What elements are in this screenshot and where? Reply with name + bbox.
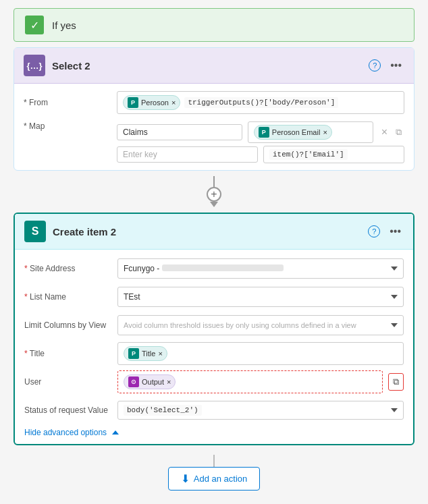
from-row: * From P Peroson × triggerOutputs()?['bo… — [24, 90, 404, 115]
site-address-label: Site Address — [24, 264, 112, 273]
limit-columns-label: Limit Columns by View — [24, 320, 112, 330]
map-row-2: Enter key Enter value item()?['Email'] — [117, 146, 404, 163]
add-action-btn[interactable]: ⬇ Add an action — [168, 467, 261, 491]
add-action-area: ⬇ Add an action — [0, 455, 428, 491]
enter-value-expr: item()?['Email'] — [269, 149, 348, 160]
connector-plus[interactable]: + — [207, 187, 221, 202]
map-content: Claims P Peroson Email × × ⧉ — [117, 121, 404, 163]
limit-columns-field[interactable]: Avoid column threshold issues by only us… — [117, 315, 404, 335]
peroson-tag-icon: P — [128, 97, 138, 108]
site-address-value: Fcunygo - — [124, 264, 284, 273]
connector-arrow — [210, 202, 218, 207]
peroson-tag: P Peroson × — [123, 95, 180, 110]
email-tag-icon: P — [259, 127, 269, 138]
add-action-line — [213, 455, 215, 467]
list-name-value: TEst — [124, 292, 140, 302]
hide-advanced-btn[interactable]: Hide advanced options — [24, 428, 404, 437]
map-row-1: Claims P Peroson Email × × ⧉ — [117, 121, 404, 143]
hide-advanced-label: Hide advanced options — [24, 428, 107, 437]
site-address-field[interactable]: Fcunygo - — [117, 258, 404, 279]
map-label: * Map — [24, 121, 111, 131]
peroson-remove-btn[interactable]: × — [171, 99, 176, 107]
output-tag: ⊙ Output × — [124, 374, 176, 389]
enter-key-field[interactable]: Enter key — [117, 146, 258, 163]
map-value-field[interactable]: P Peroson Email × — [248, 121, 373, 143]
status-label: Status of request Value — [24, 405, 112, 415]
select2-body: * From P Peroson × triggerOutputs()?['bo… — [14, 84, 414, 170]
connector: + — [0, 176, 428, 207]
create-item2-more-btn[interactable]: ••• — [387, 224, 404, 239]
create-item2-header: S Create item 2 ? ••• — [15, 214, 413, 250]
status-row: Status of request Value body('Select_2') — [24, 398, 404, 422]
create-item2-info-icon[interactable]: ? — [368, 225, 380, 237]
title-field[interactable]: P Title × — [117, 342, 404, 365]
list-name-row: List Name TEst — [24, 285, 404, 309]
limit-columns-chevron — [391, 323, 398, 327]
email-remove-btn[interactable]: × — [323, 128, 327, 136]
status-expr: body('Select_2') — [124, 405, 202, 416]
create-item2-card: S Create item 2 ? ••• Site Address Fcuny… — [14, 213, 414, 445]
user-row: User ⊙ Output × ⧉ — [24, 370, 404, 394]
create-item2-icon: S — [24, 221, 46, 242]
if-yes-header: ✓ If yes — [14, 8, 414, 42]
output-tag-icon: ⊙ — [128, 376, 139, 387]
title-remove-btn[interactable]: × — [158, 349, 162, 358]
title-row: Title P Title × — [24, 341, 404, 366]
create-item2-body: Site Address Fcunygo - List Name TEst Li… — [15, 250, 413, 444]
limit-columns-placeholder: Avoid column threshold issues by only us… — [124, 321, 356, 329]
site-address-chevron — [391, 267, 398, 271]
select2-card: {…} Select 2 ? ••• * From P Peroson × tr… — [14, 47, 414, 171]
user-label: User — [24, 377, 112, 387]
list-name-chevron — [391, 295, 398, 299]
output-remove-btn[interactable]: × — [167, 378, 171, 386]
status-chevron — [391, 408, 398, 412]
add-action-label: Add an action — [194, 474, 248, 484]
select2-title: Select 2 — [52, 60, 362, 72]
user-field[interactable]: ⊙ Output × — [117, 370, 383, 393]
map-key-field[interactable]: Claims — [117, 124, 242, 140]
title-label: Title — [24, 349, 112, 358]
map-row: * Map Claims P Peroson Email × × — [24, 119, 404, 163]
if-yes-label: If yes — [52, 20, 76, 31]
title-tag-icon: P — [128, 348, 139, 359]
select2-more-btn[interactable]: ••• — [387, 58, 404, 73]
add-action-icon: ⬇ — [181, 472, 190, 485]
hide-advanced-chevron — [112, 430, 119, 435]
enter-value-field[interactable]: Enter value item()?['Email'] — [263, 146, 404, 163]
status-field[interactable]: body('Select_2') — [117, 401, 404, 420]
list-name-field[interactable]: TEst — [117, 287, 404, 307]
site-address-blurred — [162, 264, 284, 271]
create-item2-actions: ? ••• — [368, 224, 404, 239]
site-address-row: Site Address Fcunygo - — [24, 256, 404, 281]
select2-icon: {…} — [24, 55, 45, 76]
select2-header: {…} Select 2 ? ••• — [14, 48, 414, 84]
select2-actions: ? ••• — [369, 58, 404, 73]
create-item2-title: Create item 2 — [53, 226, 361, 237]
map-copy-btn[interactable]: ⧉ — [393, 125, 404, 139]
from-expr: triggerOutputs()?['body/Peroson'] — [184, 97, 338, 108]
title-tag: P Title × — [124, 346, 167, 361]
limit-columns-row: Limit Columns by View Avoid column thres… — [24, 313, 404, 337]
from-label: * From — [24, 98, 111, 107]
connector-line-top — [213, 176, 215, 187]
user-copy-btn[interactable]: ⧉ — [388, 373, 404, 391]
check-icon: ✓ — [25, 16, 44, 34]
list-name-label: List Name — [24, 292, 112, 302]
select2-info-icon[interactable]: ? — [369, 59, 381, 72]
map-delete-btn[interactable]: × — [379, 125, 390, 140]
from-field[interactable]: P Peroson × triggerOutputs()?['body/Pero… — [117, 91, 404, 114]
map-row-actions: × ⧉ — [379, 125, 404, 140]
peroson-email-tag: P Peroson Email × — [254, 125, 332, 140]
